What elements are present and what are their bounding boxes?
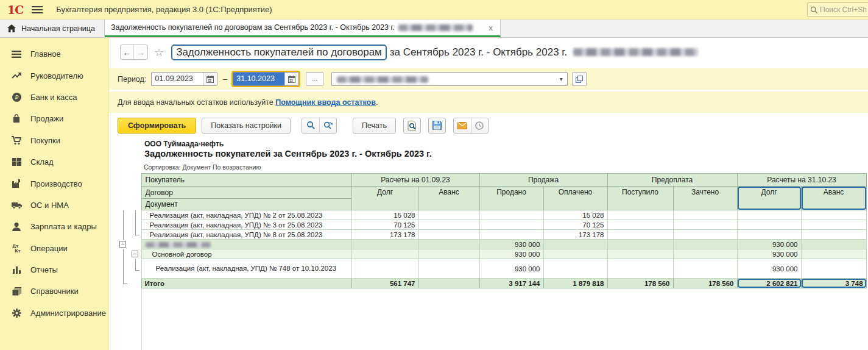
cell-debt2[interactable] [737, 230, 801, 240]
cell-adv1[interactable] [418, 210, 479, 220]
col-header-debt-close-selected[interactable]: Долг [737, 187, 801, 210]
tab-home[interactable]: Начальная страница [0, 20, 105, 37]
col-header-paid[interactable]: Оплачено [543, 187, 607, 210]
col-group-prepayment[interactable]: Предоплата [607, 174, 737, 187]
show-settings-button[interactable]: Показать настройки [202, 118, 291, 134]
cell-adv1[interactable] [418, 279, 479, 288]
sidebar-item-7[interactable]: Производство [0, 173, 108, 194]
cell-debt1[interactable]: 173 178 [351, 230, 418, 240]
col-group-closing[interactable]: Расчеты на 31.10.23 [737, 174, 866, 187]
sidebar-item-9[interactable]: Зарплата и кадры [0, 216, 108, 237]
cell-debt1[interactable] [351, 259, 418, 279]
col-group-sales[interactable]: Продажа [479, 174, 607, 187]
cell-adv2[interactable] [801, 210, 866, 220]
sidebar-item-10[interactable]: ДтКтОперации [0, 238, 108, 259]
collapse-expander[interactable]: − [132, 251, 138, 257]
cell-adv2[interactable] [801, 230, 866, 240]
balance-assistant-link[interactable]: Помощник ввода остатков [275, 98, 376, 107]
combo-dropdown-icon[interactable]: ▾ [555, 76, 567, 82]
organization-combo[interactable]: ▾ [331, 72, 568, 86]
col-header-advance-open[interactable]: Аванс [418, 187, 479, 210]
sidebar-item-5[interactable]: Покупки [0, 130, 108, 151]
sidebar-item-3[interactable]: ₽Банк и касса [0, 87, 108, 108]
cell-debt2-selected[interactable]: 2 602 821 [737, 279, 801, 288]
period-from-value[interactable]: 01.09.2023 [152, 73, 203, 85]
col-header-offset[interactable]: Зачтено [673, 187, 737, 210]
main-menu-icon[interactable] [32, 6, 43, 13]
cell-paid[interactable] [543, 249, 607, 259]
col-header-contract[interactable]: Договор [141, 187, 351, 199]
cell-received[interactable]: 178 560 [607, 279, 673, 288]
calendar-icon[interactable] [284, 73, 298, 85]
generate-button[interactable]: Сформировать [118, 118, 196, 134]
col-header-document[interactable]: Документ [141, 199, 351, 210]
back-button[interactable]: ← [121, 45, 134, 59]
col-header-received[interactable]: Поступило [607, 187, 673, 210]
cell-received[interactable] [607, 220, 673, 230]
cell-received[interactable] [607, 230, 673, 240]
cell-debt1[interactable] [351, 240, 418, 249]
print-button[interactable]: Печать [353, 118, 396, 134]
forward-button[interactable]: → [134, 45, 147, 59]
cell-sold[interactable] [479, 230, 543, 240]
col-header-debt-open[interactable]: Долг [351, 187, 418, 210]
mail-icon[interactable] [454, 118, 471, 133]
table-row[interactable]: −Основной договор930 000930 000 [117, 249, 866, 259]
global-search-input[interactable]: Поиск Ctrl+Sh [807, 2, 868, 17]
row-label[interactable]: Реализация (акт, накладная, УПД) № 748 о… [141, 259, 351, 279]
cell-adv2[interactable] [801, 220, 866, 230]
row-label[interactable] [141, 240, 351, 249]
period-more-button[interactable]: ... [306, 72, 323, 86]
cell-sold[interactable] [479, 220, 543, 230]
cell-debt1[interactable] [351, 249, 418, 259]
sidebar-item-6[interactable]: Склад [0, 151, 108, 173]
cell-received[interactable] [607, 259, 673, 279]
tab-close-icon[interactable]: x [488, 23, 495, 32]
sidebar-item-4[interactable]: Продажи [0, 108, 108, 129]
search-repeat-icon[interactable] [319, 118, 336, 133]
search-icon[interactable] [302, 118, 319, 133]
cell-debt2[interactable]: 930 000 [737, 249, 801, 259]
cell-adv1[interactable] [418, 259, 479, 279]
col-header-advance-close-selected[interactable]: Аванс [801, 187, 866, 210]
table-row[interactable]: Реализация (акт, накладная, УПД) № 2 от … [117, 210, 866, 220]
cell-offset[interactable] [673, 249, 737, 259]
cell-adv2-selected[interactable]: 3 748 [801, 279, 866, 288]
cell-received[interactable] [607, 240, 673, 249]
cell-received[interactable] [607, 210, 673, 220]
cell-sold[interactable]: 930 000 [479, 249, 543, 259]
sidebar-item-12[interactable]: Справочники [0, 280, 108, 302]
period-to-field[interactable]: 31.10.2023 [233, 72, 299, 86]
tab-report[interactable]: Задолженность покупателей по договорам з… [105, 20, 501, 37]
sidebar-item-2[interactable]: Руководителю [0, 65, 108, 86]
cell-paid[interactable]: 15 028 [543, 210, 607, 220]
print-preview-button[interactable] [403, 118, 421, 134]
cell-paid[interactable]: 1 879 818 [543, 279, 607, 288]
save-button[interactable] [428, 118, 446, 134]
cell-debt2[interactable] [737, 220, 801, 230]
period-to-value[interactable]: 31.10.2023 [233, 73, 284, 85]
sidebar-item-11[interactable]: Отчеты [0, 259, 108, 280]
cell-adv2[interactable] [801, 240, 866, 249]
cell-adv1[interactable] [418, 220, 479, 230]
cell-debt1[interactable]: 561 747 [351, 279, 418, 288]
cell-debt1[interactable]: 70 125 [351, 220, 418, 230]
cell-offset[interactable]: 178 560 [673, 279, 737, 288]
open-organization-button[interactable] [572, 72, 587, 86]
row-label[interactable]: Реализация (акт, накладная, УПД) № 8 от … [141, 230, 351, 240]
cell-offset[interactable] [673, 210, 737, 220]
cell-debt2[interactable]: 930 000 [737, 259, 801, 279]
row-label[interactable]: Итого [141, 279, 351, 288]
cell-adv2[interactable] [801, 259, 866, 279]
table-row[interactable]: Реализация (акт, накладная, УПД) № 8 от … [117, 230, 866, 240]
sidebar-item-13[interactable]: Администрирование [0, 302, 108, 324]
clock-icon[interactable] [471, 118, 488, 133]
table-row[interactable]: −930 000930 000 [117, 240, 866, 249]
cell-sold[interactable] [479, 210, 543, 220]
cell-adv1[interactable] [418, 240, 479, 249]
cell-offset[interactable] [673, 259, 737, 279]
cell-paid[interactable]: 70 125 [543, 220, 607, 230]
cell-offset[interactable] [673, 230, 737, 240]
table-row[interactable]: Реализация (акт, накладная, УПД) № 3 от … [117, 220, 866, 230]
cell-adv1[interactable] [418, 249, 479, 259]
